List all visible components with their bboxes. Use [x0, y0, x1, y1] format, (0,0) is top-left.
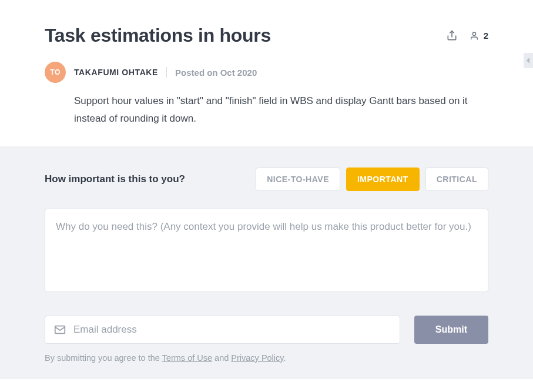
terms-text: By submitting you agree to the Terms of …: [45, 353, 488, 363]
feedback-section: How important is this to you? NICE-TO-HA…: [0, 146, 533, 379]
person-icon: [470, 31, 479, 41]
terms-of-use-link[interactable]: Terms of Use: [162, 353, 212, 363]
email-input[interactable]: [73, 324, 391, 336]
avatar[interactable]: TO: [45, 62, 66, 83]
title-actions: 2: [446, 30, 488, 42]
post-description: Support hour values in "start" and "fini…: [74, 92, 485, 128]
importance-nice-button[interactable]: NICE-TO-HAVE: [256, 167, 340, 191]
submit-button[interactable]: Submit: [414, 316, 488, 344]
email-field-wrap[interactable]: [45, 316, 400, 344]
terms-and: and: [212, 353, 231, 363]
svg-point-1: [472, 32, 475, 35]
importance-critical-button[interactable]: CRITICAL: [425, 167, 488, 191]
svg-marker-3: [527, 58, 529, 63]
post-section: Task estimations in hours 2: [0, 0, 533, 146]
meta-row: TO TAKAFUMI OHTAKE Posted on Oct 2020: [45, 62, 488, 83]
reason-textarea[interactable]: [45, 209, 488, 292]
page-title: Task estimations in hours: [45, 25, 271, 46]
meta-divider: [166, 67, 167, 78]
posted-date: Posted on Oct 2020: [175, 68, 257, 78]
author-name[interactable]: TAKAFUMI OHTAKE: [74, 68, 158, 77]
importance-important-button[interactable]: IMPORTANT: [346, 167, 420, 191]
vote-count: 2: [484, 31, 488, 41]
importance-row: How important is this to you? NICE-TO-HA…: [45, 167, 488, 191]
vote-group[interactable]: 2: [470, 31, 488, 41]
collapse-tab[interactable]: [524, 53, 533, 68]
title-row: Task estimations in hours 2: [45, 25, 488, 46]
importance-label: How important is this to you?: [45, 173, 185, 185]
importance-options: NICE-TO-HAVE IMPORTANT CRITICAL: [256, 167, 488, 191]
privacy-policy-link[interactable]: Privacy Policy: [231, 353, 283, 363]
terms-prefix: By submitting you agree to the: [45, 353, 162, 363]
terms-suffix: .: [283, 353, 286, 363]
submit-row: Submit: [45, 316, 488, 344]
mail-icon: [53, 323, 66, 336]
share-icon[interactable]: [446, 30, 458, 42]
